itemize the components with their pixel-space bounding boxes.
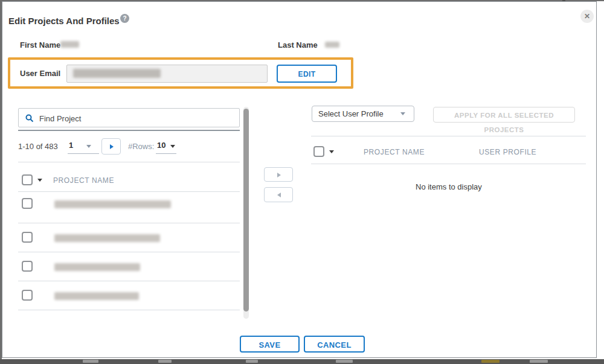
background-blurred-text (158, 360, 172, 363)
last-name-label: Last Name (278, 40, 318, 49)
select-all-checkbox[interactable] (313, 146, 324, 157)
chevron-down-icon[interactable] (400, 112, 405, 115)
project-search-box[interactable] (18, 108, 240, 127)
divider (311, 136, 586, 136)
page-number-select[interactable]: 1 (69, 141, 73, 150)
move-left-button[interactable] (264, 187, 293, 202)
divider (18, 223, 240, 223)
project-row-checkbox[interactable] (22, 290, 33, 301)
divider (18, 130, 240, 131)
project-name-redacted (54, 292, 139, 300)
project-name-column-header: PROJECT NAME (364, 148, 425, 156)
arrow-right-icon (110, 144, 114, 149)
cancel-button[interactable]: CANCEL (304, 336, 365, 353)
divider (18, 252, 240, 252)
background-blurred-text (336, 360, 353, 363)
edit-button[interactable]: EDIT (277, 65, 337, 83)
arrow-right-icon (277, 173, 281, 177)
rows-per-page-select[interactable]: 10 (157, 141, 165, 150)
first-name-value-redacted (60, 41, 79, 48)
user-profile-column-header: USER PROFILE (479, 148, 536, 156)
user-profile-select[interactable]: Select User Profile (312, 106, 414, 122)
chevron-down-icon[interactable] (37, 179, 42, 182)
divider (156, 153, 176, 154)
project-row-checkbox[interactable] (22, 232, 33, 243)
search-icon (25, 114, 34, 123)
project-name-redacted (54, 263, 140, 271)
user-profile-select-value: Select User Profile (318, 109, 384, 118)
email-label: User Email (20, 69, 60, 78)
close-icon[interactable]: ✕ (580, 10, 594, 23)
first-name-label: First Name (20, 40, 60, 49)
pagination-range: 1-10 of 483 (18, 142, 58, 151)
empty-list-message: No items to display (416, 182, 482, 191)
divider (68, 153, 99, 154)
rows-per-page-label: #Rows: (128, 142, 154, 151)
email-value-redacted (73, 69, 161, 78)
background-page-bottom-band (0, 359, 604, 364)
background-blurred-text (481, 360, 500, 363)
screen: Edit Projects And Profiles ? ✕ First Nam… (0, 0, 604, 364)
move-right-button[interactable] (264, 167, 293, 182)
last-name-value-redacted (325, 42, 339, 48)
apply-all-button[interactable]: APPLY FOR ALL SELECTED PROJECTS (433, 107, 575, 123)
chevron-down-icon[interactable] (329, 150, 334, 153)
search-input[interactable] (38, 111, 234, 126)
save-button[interactable]: SAVE (240, 336, 300, 353)
divider (18, 281, 240, 281)
next-page-button[interactable] (101, 138, 121, 155)
project-row-checkbox[interactable] (22, 261, 33, 272)
select-all-checkbox[interactable] (22, 174, 33, 185)
project-row-checkbox[interactable] (22, 198, 33, 209)
divider (18, 310, 240, 310)
background-blurred-text (530, 360, 548, 363)
divider (311, 164, 586, 164)
project-name-redacted (54, 234, 160, 242)
chevron-down-icon[interactable] (170, 145, 175, 148)
divider (18, 191, 240, 192)
project-name-column-header: PROJECT NAME (53, 176, 114, 185)
chevron-down-icon[interactable] (86, 145, 91, 148)
arrow-left-icon (277, 193, 281, 197)
background-blurred-text (246, 360, 258, 363)
divider (18, 162, 240, 162)
project-name-redacted (54, 200, 171, 208)
scrollbar-thumb[interactable] (243, 109, 249, 311)
dialog-title: Edit Projects And Profiles (8, 16, 120, 26)
help-icon[interactable]: ? (120, 14, 129, 23)
background-blurred-text (83, 360, 98, 363)
